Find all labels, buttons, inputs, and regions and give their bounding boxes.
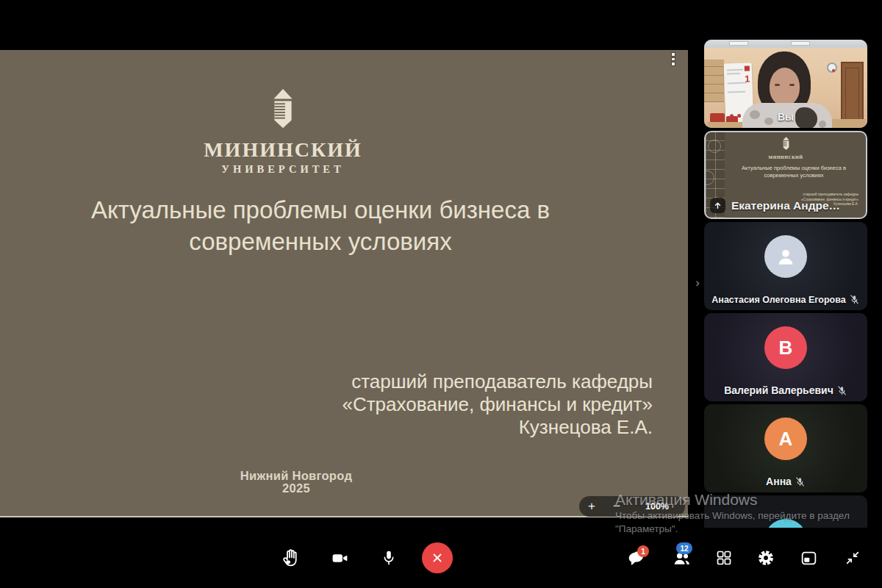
- slide-title: Актуальные проблемы оценки бизнеса в сов…: [0, 194, 641, 257]
- mini-logo-name: МИНИНСКИЙ: [706, 155, 866, 159]
- footer-city: Нижний Новгород: [0, 470, 592, 482]
- participants-badge: 12: [676, 542, 692, 554]
- logo-subtitle: УНИВЕРСИТЕТ: [0, 163, 566, 176]
- logo-name: МИНИНСКИЙ: [0, 138, 566, 162]
- participant-name: Валерий Валерьевич: [724, 384, 833, 396]
- pip-button[interactable]: [791, 528, 826, 588]
- participant-name-row: Валерий Валерьевич: [704, 384, 867, 396]
- raise-hand-icon: [281, 548, 301, 568]
- close-icon: [431, 551, 444, 564]
- picture-in-picture-icon: [800, 549, 818, 567]
- grid-view-button[interactable]: [706, 528, 742, 588]
- participant-name-row: Анастасия Олеговна Егорова: [704, 294, 867, 305]
- participant-name: Анастасия Олеговна Егорова: [711, 295, 845, 305]
- slide-author-block: старший преподаватель кафедры «Страхован…: [342, 370, 653, 439]
- chat-badge: 1: [637, 545, 649, 557]
- zoom-level: 100%: [629, 501, 685, 512]
- avatar-initial: В: [764, 326, 807, 369]
- screenshare-view: МИНИНСКИЙ УНИВЕРСИТЕТ Актуальные проблем…: [0, 50, 688, 517]
- zoom-out-button[interactable]: −: [604, 499, 629, 514]
- slide-title-line1: Актуальные проблемы оценки бизнеса в: [0, 194, 641, 226]
- footer-year: 2025: [0, 482, 592, 495]
- author-line2: «Страхование, финансы и кредит»: [342, 393, 653, 416]
- microphone-button[interactable]: [371, 528, 406, 588]
- participant-name-row: Анна: [704, 476, 867, 487]
- collapse-window-button[interactable]: [835, 528, 870, 588]
- slide-title-line2: современных условиях: [0, 226, 641, 257]
- participant-name-presenter: Екатерина Андре…: [706, 199, 866, 212]
- person-icon: [773, 244, 798, 269]
- author-line1: старший преподаватель кафедры: [342, 370, 653, 393]
- camera-icon: [331, 549, 349, 567]
- grid-icon: [715, 549, 733, 567]
- chat-button[interactable]: [619, 528, 654, 588]
- zoom-controls: + − 100%: [579, 496, 685, 517]
- participant-tile-presenter[interactable]: МИНИНСКИЙ Актуальные проблемы оценки биз…: [704, 131, 867, 219]
- author-line3: Кузнецова Е.А.: [342, 416, 653, 439]
- mini-university-logo: МИНИНСКИЙ: [706, 137, 866, 159]
- gear-icon: [756, 548, 775, 567]
- participant-name: Анна: [766, 476, 792, 487]
- meeting-window: МИНИНСКИЙ УНИВЕРСИТЕТ Актуальные проблем…: [0, 0, 882, 588]
- participants-button[interactable]: [664, 528, 699, 588]
- end-call-button[interactable]: [422, 542, 453, 573]
- participant-tile[interactable]: Анастасия Олеговна Егорова: [704, 222, 867, 310]
- sidebar-collapse-chevron[interactable]: ›: [692, 274, 703, 292]
- mic-muted-icon: [795, 476, 806, 487]
- mini-slide-title: Актуальные проблемы оценки бизнеса в сов…: [725, 165, 863, 179]
- participant-name-self: Вы: [704, 111, 867, 123]
- avatar-initial: А: [764, 417, 807, 460]
- participant-tile-self[interactable]: 1: [704, 40, 867, 128]
- settings-button[interactable]: [748, 528, 784, 588]
- participant-tile[interactable]: А Анна: [704, 404, 867, 492]
- mic-muted-icon: [836, 385, 847, 396]
- participant-tile[interactable]: В Валерий Валерьевич: [704, 313, 867, 401]
- mic-muted-icon: [849, 294, 860, 305]
- avatar-placeholder: [764, 235, 807, 278]
- zoom-in-button[interactable]: +: [579, 499, 604, 514]
- reactions-button[interactable]: [273, 528, 308, 588]
- microphone-icon: [380, 549, 398, 567]
- university-logo: МИНИНСКИЙ УНИВЕРСИТЕТ: [0, 88, 566, 176]
- call-toolbar: 1 12: [0, 528, 882, 588]
- slide-footer: Нижний Новгород 2025: [0, 470, 592, 495]
- university-emblem-icon: [266, 88, 300, 132]
- camera-button[interactable]: [322, 528, 357, 588]
- collapse-arrows-icon: [845, 550, 861, 566]
- mini-emblem-icon: [781, 137, 792, 151]
- share-options-kebab-icon[interactable]: [668, 53, 678, 71]
